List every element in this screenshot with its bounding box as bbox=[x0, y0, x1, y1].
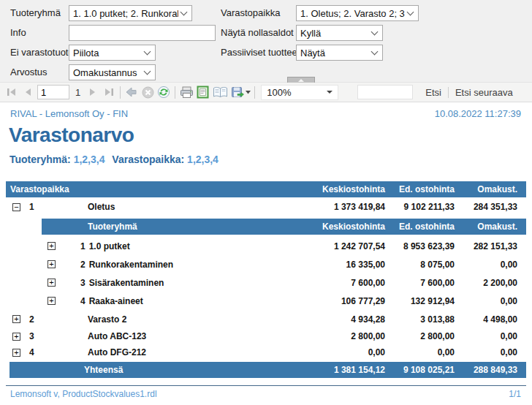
next-page-button[interactable] bbox=[85, 84, 101, 100]
nayta-nollasaldot-select[interactable]: Kyllä bbox=[296, 25, 383, 41]
subheader-keskiostohinta: Keskiostohinta bbox=[290, 222, 385, 232]
print-layout-icon bbox=[197, 86, 209, 99]
report-footer-divider bbox=[6, 385, 526, 386]
param-tuoteryhma-value: 1,2,3,4 bbox=[74, 154, 105, 165]
arvostus-select[interactable]: Omakustannus bbox=[69, 64, 156, 80]
row-name: 4Raaka-aineet bbox=[80, 296, 290, 306]
first-page-button[interactable] bbox=[4, 84, 20, 100]
varastopaikka-select[interactable]: 1. Oletus; 2. Varasto 2; 3. Auto bbox=[296, 5, 419, 21]
toolbar-separator bbox=[120, 86, 121, 99]
expand-toggle[interactable]: + bbox=[48, 260, 56, 268]
first-page-icon bbox=[7, 88, 17, 96]
expand-toggle[interactable]: + bbox=[48, 297, 56, 305]
previous-page-button[interactable] bbox=[20, 84, 36, 100]
chevron-down-icon bbox=[371, 29, 379, 36]
ei-varastotuote-select-value: Piilota bbox=[73, 48, 142, 58]
print-layout-button[interactable] bbox=[194, 84, 210, 100]
row-number: 3 bbox=[23, 331, 42, 341]
table-subheader-row: Tuoteryhmä Keskiostohinta Ed. ostohinta … bbox=[42, 219, 526, 235]
tuoteryhma-select[interactable]: 1. 1.0 putket; 2. Runkorakenta bbox=[69, 5, 192, 21]
cell-omakust: 0,00 bbox=[455, 347, 526, 357]
row-name: 2Runkorakentaminen bbox=[80, 260, 290, 270]
report-page-indicator: 1/1 bbox=[509, 389, 521, 399]
report-title: Varastonarvo bbox=[9, 124, 134, 147]
chevron-down-icon bbox=[371, 48, 379, 56]
search-input[interactable] bbox=[357, 85, 413, 99]
expand-toggle[interactable]: + bbox=[12, 315, 20, 323]
table-row: + 4Raaka-aineet 106 777,29 132 912,94 0,… bbox=[6, 292, 526, 310]
find-link[interactable]: Etsi bbox=[419, 87, 448, 98]
cell-keskiostohinta: 7 600,00 bbox=[290, 278, 385, 288]
current-page-input[interactable] bbox=[37, 85, 69, 99]
passiiviset-tuotteet-label: Passiiviset tuotteet bbox=[221, 45, 300, 61]
zoom-select[interactable]: 100% bbox=[261, 85, 338, 100]
info-label: Info bbox=[10, 25, 26, 41]
collapse-toggle[interactable]: − bbox=[12, 203, 20, 211]
param-tuoteryhma-label: Tuoteryhmä: bbox=[10, 154, 71, 165]
dropdown-caret-icon bbox=[246, 91, 251, 94]
ei-varastotuote-label: Ei varastotuote bbox=[10, 45, 74, 61]
page-setup-button[interactable] bbox=[210, 84, 229, 100]
cell-keskiostohinta: 4 934,28 bbox=[290, 314, 385, 325]
passiiviset-tuotteet-select[interactable]: Näytä bbox=[296, 45, 383, 61]
cell-ed-ostohinta: 2 800,00 bbox=[385, 331, 455, 341]
expand-toggle[interactable]: + bbox=[48, 279, 56, 287]
ei-varastotuote-select[interactable]: Piilota bbox=[69, 45, 156, 61]
passiiviset-tuotteet-select-value: Näytä bbox=[300, 48, 369, 58]
filter-panel: Tuoteryhmä Info Ei varastotuote Arvostus… bbox=[0, 0, 532, 83]
cell-ed-ostohinta: 8 953 623,39 bbox=[385, 241, 455, 251]
report-toolbar: 1 bbox=[0, 83, 532, 102]
row-name: Oletus bbox=[80, 202, 290, 212]
chevron-down-icon bbox=[327, 91, 332, 94]
row-name: 3Sisärakentaminen bbox=[80, 278, 290, 288]
toolbar-separator bbox=[254, 86, 255, 99]
cell-omakust: 0,00 bbox=[455, 296, 526, 306]
cell-omakust: 284 351,33 bbox=[455, 202, 526, 212]
stop-button[interactable] bbox=[140, 84, 156, 100]
refresh-button[interactable] bbox=[156, 84, 172, 100]
export-save-icon bbox=[231, 86, 244, 98]
total-keskiostohinta: 1 381 154,12 bbox=[290, 365, 385, 375]
nayta-nollasaldot-label: Näytä nollasaldot bbox=[221, 25, 294, 41]
cell-ed-ostohinta: 9 102 211,33 bbox=[385, 202, 455, 212]
expand-toggle[interactable]: + bbox=[48, 242, 56, 250]
cell-keskiostohinta: 106 777,29 bbox=[290, 296, 385, 306]
tuoteryhma-select-value: 1. 1.0 putket; 2. Runkorakenta bbox=[73, 8, 178, 19]
export-button[interactable] bbox=[229, 84, 251, 100]
param-varastopaikka-value: 1,2,3,4 bbox=[187, 154, 218, 165]
stock-value-table: Varastopaikka Keskiostohinta Ed. ostohin… bbox=[6, 181, 526, 378]
cell-omakust: 0,00 bbox=[455, 331, 526, 341]
expand-toggle[interactable]: + bbox=[12, 333, 20, 341]
header-omakust: Omakust. bbox=[455, 184, 526, 194]
arvostus-label: Arvostus bbox=[10, 64, 48, 80]
info-input[interactable] bbox=[69, 25, 216, 41]
table-header-row: Varastopaikka Keskiostohinta Ed. ostohin… bbox=[6, 181, 526, 197]
row-name: Auto ABC-123 bbox=[80, 331, 290, 341]
print-icon bbox=[180, 86, 194, 99]
subheader-ed-ostohinta: Ed. ostohinta bbox=[385, 222, 455, 232]
find-next-link[interactable]: Etsi seuraava bbox=[449, 87, 520, 98]
total-omakust: 288 849,33 bbox=[455, 365, 526, 375]
expand-toggle[interactable]: + bbox=[12, 349, 20, 357]
row-number: 4 bbox=[23, 347, 42, 357]
cell-omakust: 0,00 bbox=[455, 260, 526, 270]
stop-icon bbox=[142, 86, 154, 99]
cell-keskiostohinta: 1 373 419,84 bbox=[290, 202, 385, 212]
cell-ed-ostohinta: 0,00 bbox=[385, 347, 455, 357]
back-button[interactable] bbox=[123, 84, 140, 100]
table-row: + 2 Varasto 2 4 934,28 3 013,88 4 498,00 bbox=[6, 310, 526, 328]
report-parameters: Tuoteryhmä: 1,2,3,4 Varastopaikka: 1,2,3… bbox=[10, 154, 223, 165]
previous-page-icon bbox=[23, 88, 32, 96]
varastopaikka-select-value: 1. Oletus; 2. Varasto 2; 3. Auto bbox=[300, 8, 405, 19]
page-setup-icon bbox=[213, 86, 228, 99]
toolbar-separator bbox=[175, 86, 175, 99]
cell-omakust: 2 200,00 bbox=[455, 278, 526, 288]
cell-keskiostohinta: 1 242 707,54 bbox=[290, 241, 385, 251]
print-button[interactable] bbox=[178, 84, 194, 100]
chevron-down-icon bbox=[180, 9, 188, 16]
report-company-header: RIVAL - Lemonsoft Oy - FIN bbox=[10, 108, 128, 119]
chevron-down-icon bbox=[407, 9, 414, 16]
total-label: Yhteensä bbox=[10, 365, 290, 375]
last-page-button[interactable] bbox=[101, 84, 117, 100]
report-file-label: Lemonsoft v, ProductStockvalues1.rdl bbox=[10, 389, 157, 399]
